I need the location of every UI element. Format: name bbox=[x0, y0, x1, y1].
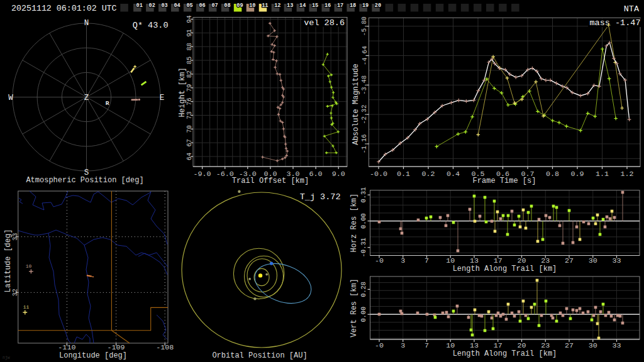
svg-text:3: 3 bbox=[401, 341, 405, 350]
svg-text:27: 27 bbox=[565, 256, 574, 265]
svg-text:15: 15 bbox=[312, 3, 318, 9]
svg-text:T_j 3.72: T_j 3.72 bbox=[300, 192, 341, 202]
svg-text:16: 16 bbox=[325, 3, 331, 9]
svg-text:0.9: 0.9 bbox=[570, 170, 584, 178]
svg-text:-2.32: -2.32 bbox=[361, 105, 369, 124]
svg-text:18: 18 bbox=[350, 3, 356, 9]
svg-text:10: 10 bbox=[249, 3, 255, 9]
svg-text:82: 82 bbox=[186, 70, 193, 78]
svg-text:-0: -0 bbox=[375, 256, 384, 265]
svg-text:R: R bbox=[106, 100, 109, 107]
svg-text:33: 33 bbox=[612, 341, 621, 350]
svg-text:7: 7 bbox=[425, 341, 429, 350]
svg-text:17: 17 bbox=[337, 3, 343, 9]
svg-text:20251112 06:01:02 UTC: 20251112 06:01:02 UTC bbox=[11, 4, 117, 13]
svg-text:10: 10 bbox=[446, 341, 455, 350]
svg-text:Orbital Position [AU]: Orbital Position [AU] bbox=[212, 351, 307, 360]
svg-text:E: E bbox=[160, 94, 165, 102]
svg-text:-6.0: -6.0 bbox=[216, 170, 234, 178]
svg-text:-9.0: -9.0 bbox=[194, 170, 211, 178]
svg-text:-0.0: -0.0 bbox=[370, 170, 387, 178]
svg-text:Frame Time [s]: Frame Time [s] bbox=[473, 177, 536, 185]
svg-text:0.4: 0.4 bbox=[447, 170, 460, 178]
svg-text:67: 67 bbox=[186, 139, 193, 146]
svg-text:20: 20 bbox=[517, 341, 526, 350]
svg-text:06: 06 bbox=[199, 3, 205, 9]
svg-text:9.0: 9.0 bbox=[332, 170, 345, 178]
svg-text:20: 20 bbox=[375, 3, 381, 9]
svg-text:88: 88 bbox=[186, 43, 193, 50]
svg-text:njw: njw bbox=[3, 356, 10, 360]
svg-text:Latitude [deg]: Latitude [deg] bbox=[4, 229, 13, 293]
svg-text:03: 03 bbox=[161, 3, 167, 9]
svg-text:19: 19 bbox=[362, 3, 369, 9]
svg-text:-0.31: -0.31 bbox=[360, 238, 368, 257]
svg-text:0.2: 0.2 bbox=[421, 170, 435, 178]
svg-text:Z: Z bbox=[84, 94, 89, 102]
svg-text:13: 13 bbox=[470, 341, 479, 350]
svg-text:7: 7 bbox=[425, 256, 429, 265]
svg-text:N: N bbox=[84, 19, 89, 28]
svg-text:Absolute Magnitude: Absolute Magnitude bbox=[352, 63, 360, 145]
svg-text:3: 3 bbox=[401, 256, 405, 265]
svg-text:6.0: 6.0 bbox=[309, 170, 323, 178]
svg-text:-108: -108 bbox=[156, 343, 174, 352]
svg-text:85: 85 bbox=[186, 57, 193, 64]
svg-text:Atmospheric Position [deg]: Atmospheric Position [deg] bbox=[26, 176, 143, 185]
svg-text:70: 70 bbox=[186, 125, 193, 133]
svg-text:1.1: 1.1 bbox=[596, 170, 609, 178]
svg-text:04: 04 bbox=[174, 3, 180, 9]
svg-text:76: 76 bbox=[186, 97, 193, 105]
svg-text:13: 13 bbox=[287, 3, 293, 9]
svg-text:Q* 43.0: Q* 43.0 bbox=[133, 21, 169, 30]
svg-text:11: 11 bbox=[262, 3, 268, 9]
svg-text:Horz Res [km]: Horz Res [km] bbox=[350, 194, 358, 253]
svg-text:Vert Res [km]: Vert Res [km] bbox=[350, 278, 358, 337]
svg-text:12: 12 bbox=[274, 3, 280, 9]
svg-text:79: 79 bbox=[186, 84, 193, 92]
svg-text:01: 01 bbox=[136, 3, 143, 9]
svg-text:94: 94 bbox=[186, 15, 193, 23]
svg-text:-4.64: -4.64 bbox=[361, 46, 369, 65]
svg-text:33: 33 bbox=[612, 256, 621, 265]
svg-text:Length Along Trail [km]: Length Along Trail [km] bbox=[453, 349, 557, 358]
svg-text:07: 07 bbox=[211, 3, 218, 9]
svg-text:64: 64 bbox=[186, 153, 193, 160]
svg-text:30: 30 bbox=[589, 341, 597, 350]
svg-text:11: 11 bbox=[23, 304, 30, 310]
svg-text:05: 05 bbox=[186, 3, 192, 9]
svg-text:-109: -109 bbox=[108, 343, 125, 352]
svg-text:14: 14 bbox=[299, 3, 306, 9]
svg-text:91: 91 bbox=[186, 29, 193, 36]
svg-text:Longitude [deg]: Longitude [deg] bbox=[59, 351, 127, 360]
svg-text:Trail Offset [km]: Trail Offset [km] bbox=[232, 177, 309, 185]
svg-text:23: 23 bbox=[541, 341, 550, 350]
svg-text:73: 73 bbox=[186, 111, 193, 119]
svg-text:08: 08 bbox=[224, 3, 230, 9]
svg-text:0.00: 0.00 bbox=[360, 213, 368, 229]
svg-text:1.2: 1.2 bbox=[620, 170, 633, 178]
svg-text:0.8: 0.8 bbox=[546, 170, 559, 178]
svg-text:32: 32 bbox=[12, 288, 19, 296]
svg-text:17: 17 bbox=[494, 341, 502, 350]
svg-text:W: W bbox=[8, 94, 13, 102]
svg-text:mass -1.47: mass -1.47 bbox=[589, 18, 640, 28]
svg-text:vel 28.6: vel 28.6 bbox=[304, 18, 345, 28]
svg-text:33: 33 bbox=[12, 233, 19, 241]
svg-text:27: 27 bbox=[565, 341, 574, 350]
svg-text:-110: -110 bbox=[58, 343, 75, 352]
svg-text:02: 02 bbox=[149, 3, 155, 9]
svg-text:10: 10 bbox=[26, 263, 32, 269]
svg-text:-1.16: -1.16 bbox=[361, 134, 369, 153]
svg-text:-3.48: -3.48 bbox=[361, 75, 369, 95]
svg-text:-0: -0 bbox=[375, 341, 384, 350]
svg-text:NTA: NTA bbox=[624, 4, 640, 14]
svg-text:-5.80: -5.80 bbox=[361, 16, 369, 36]
svg-text:30: 30 bbox=[589, 256, 597, 265]
svg-text:0.1: 0.1 bbox=[397, 170, 410, 178]
svg-text:0.00: 0.00 bbox=[360, 307, 368, 322]
svg-text:Length Along Trail [km]: Length Along Trail [km] bbox=[453, 265, 557, 273]
svg-text:Height [km]: Height [km] bbox=[178, 67, 187, 117]
svg-text:09: 09 bbox=[236, 3, 243, 9]
svg-text:0.31: 0.31 bbox=[360, 187, 368, 203]
